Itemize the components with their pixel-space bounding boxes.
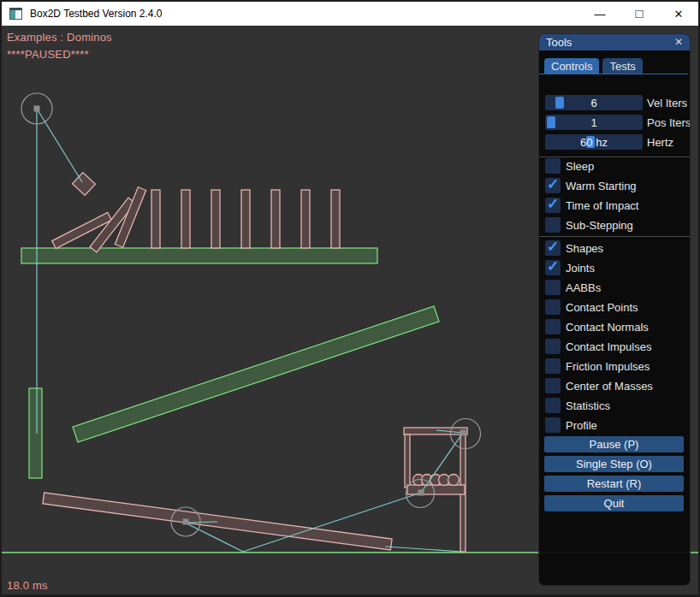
domino-standing-5[interactable] xyxy=(271,190,280,248)
ball-5[interactable] xyxy=(448,475,460,486)
pause-button[interactable]: Pause (P) xyxy=(544,436,684,452)
tab-bar: Controls Tests xyxy=(544,58,643,74)
checkbox-label: Friction Impulses xyxy=(566,360,650,373)
domino-standing-4[interactable] xyxy=(241,190,250,248)
checkbox-label: Time of Impact xyxy=(566,199,638,212)
checkbox-joints[interactable]: ✓ Joints xyxy=(545,260,595,275)
checkbox-label: Statistics xyxy=(566,399,610,412)
checkbox-box[interactable]: ✓ xyxy=(545,417,561,433)
checkbox-box[interactable]: ✓ xyxy=(545,178,561,193)
cart-top-bar[interactable] xyxy=(404,428,467,434)
minimize-button[interactable]: — xyxy=(580,2,620,26)
maximize-button[interactable]: □ xyxy=(620,1,659,27)
cart-shelf[interactable] xyxy=(407,485,465,494)
checkbox-box[interactable]: ✓ xyxy=(545,378,561,393)
tab-label: Tests xyxy=(609,60,635,73)
example-label: Examples : Dominos xyxy=(7,31,112,44)
checkbox-center-of-masses[interactable]: ✓ Center of Masses xyxy=(545,378,653,393)
separator xyxy=(539,236,691,237)
checkbox-box[interactable]: ✓ xyxy=(545,398,561,413)
checkbox-contact-normals[interactable]: ✓ Contact Normals xyxy=(545,319,649,334)
checkbox-contact-points[interactable]: ✓ Contact Points xyxy=(545,299,638,315)
checkbox-box[interactable]: ✓ xyxy=(545,339,561,354)
checkbox-label: Shapes xyxy=(566,242,603,255)
app-icon xyxy=(9,8,22,20)
check-icon: ✓ xyxy=(547,175,559,193)
anchor-point-2 xyxy=(183,519,189,525)
tab-controls[interactable]: Controls xyxy=(544,58,599,74)
tab-tests[interactable]: Tests xyxy=(602,58,642,74)
swinging-box[interactable] xyxy=(73,173,96,196)
frame-time-label: 18.0 ms xyxy=(7,579,48,592)
checkbox-friction-impulses[interactable]: ✓ Friction Impulses xyxy=(545,358,650,374)
checkbox-box[interactable]: ✓ xyxy=(545,260,561,275)
checkbox-label: Joints xyxy=(566,262,595,275)
anchor-point-1 xyxy=(34,106,40,112)
checkbox-label: Contact Impulses xyxy=(566,340,651,353)
domino-standing-7[interactable] xyxy=(331,190,340,248)
close-button[interactable]: ✕ xyxy=(659,2,698,26)
slider-track[interactable]: 6 xyxy=(545,95,643,110)
tools-close-icon[interactable]: ✕ xyxy=(672,35,685,49)
anchor-point-4 xyxy=(418,490,424,496)
window-titlebar: Box2D Testbed Version 2.4.0 — □ ✕ xyxy=(2,2,698,26)
checkbox-label: Profile xyxy=(566,419,597,432)
cart-left-post[interactable] xyxy=(405,434,410,488)
anchor-point-3 xyxy=(460,430,466,436)
domino-standing-6[interactable] xyxy=(301,190,310,248)
checkbox-sleep[interactable]: ✓ Sleep xyxy=(545,158,594,174)
checkbox-shapes[interactable]: ✓ Shapes xyxy=(545,240,603,256)
slider-label: Vel Iters xyxy=(647,97,687,109)
checkbox-box[interactable]: ✓ xyxy=(545,198,561,213)
checkbox-statistics[interactable]: ✓ Statistics xyxy=(545,398,610,413)
checkbox-profile[interactable]: ✓ Profile xyxy=(545,417,597,433)
single-step-button[interactable]: Single Step (O) xyxy=(544,456,684,472)
tilted-plank[interactable] xyxy=(43,493,392,550)
slider-hertz: 60 hz Hertz xyxy=(545,134,673,150)
checkbox-box[interactable]: ✓ xyxy=(545,217,561,233)
app-window: Box2D Testbed Version 2.4.0 — □ ✕ xyxy=(0,0,700,597)
checkbox-label: Contact Points xyxy=(566,301,638,314)
checkbox-aabbs[interactable]: ✓ AABBs xyxy=(545,280,601,295)
separator xyxy=(539,157,691,157)
checkbox-box[interactable]: ✓ xyxy=(545,158,561,174)
slider-vel-iters: 6 Vel Iters xyxy=(545,95,687,110)
checkbox-label: Sleep xyxy=(566,160,594,173)
checkbox-contact-impulses[interactable]: ✓ Contact Impulses xyxy=(545,339,651,354)
tab-underline xyxy=(539,74,688,74)
check-icon: ✓ xyxy=(547,257,559,275)
checkbox-box[interactable]: ✓ xyxy=(545,299,561,315)
slider-value: 6 xyxy=(545,95,643,110)
ramp-plank xyxy=(73,306,439,442)
quit-button[interactable]: Quit xyxy=(544,495,684,511)
joint-line-ground xyxy=(385,547,462,552)
tab-label: Controls xyxy=(551,60,592,73)
checkbox-box[interactable]: ✓ xyxy=(545,280,561,295)
slider-label: Hertz xyxy=(647,136,673,149)
slider-pos-iters: 1 Pos Iters xyxy=(545,115,691,130)
checkbox-box[interactable]: ✓ xyxy=(545,319,561,334)
tools-panel-titlebar[interactable]: Tools ✕ xyxy=(539,34,690,50)
slider-track[interactable]: 60 hz xyxy=(545,134,643,150)
domino-standing-3[interactable] xyxy=(211,190,220,248)
slider-label: Pos Iters xyxy=(647,116,691,129)
checkbox-box[interactable]: ✓ xyxy=(545,358,561,374)
checkbox-label: Sub-Stepping xyxy=(566,219,633,232)
slider-value: 60 hz xyxy=(545,134,643,150)
checkbox-sub-stepping[interactable]: ✓ Sub-Stepping xyxy=(545,217,633,233)
tools-panel-body: Controls Tests 6 Vel Iters 1 Pos xyxy=(539,50,690,586)
check-icon: ✓ xyxy=(547,195,559,213)
domino-standing-2[interactable] xyxy=(181,190,190,248)
checkbox-warm-starting[interactable]: ✓ Warm Starting xyxy=(545,178,637,193)
slider-track[interactable]: 1 xyxy=(545,115,643,130)
platform-top xyxy=(21,248,377,263)
checkbox-label: Center of Masses xyxy=(566,380,653,393)
checkbox-time-of-impact[interactable]: ✓ Time of Impact xyxy=(545,198,638,213)
tools-panel: Tools ✕ Controls Tests 6 Vel Iters xyxy=(538,33,691,586)
checkbox-label: Contact Normals xyxy=(566,321,649,334)
checkbox-box[interactable]: ✓ xyxy=(545,240,561,256)
restart-button[interactable]: Restart (R) xyxy=(544,476,684,492)
check-icon: ✓ xyxy=(547,238,559,256)
joint-line-pendulum xyxy=(37,109,82,182)
domino-standing-1[interactable] xyxy=(151,190,160,248)
